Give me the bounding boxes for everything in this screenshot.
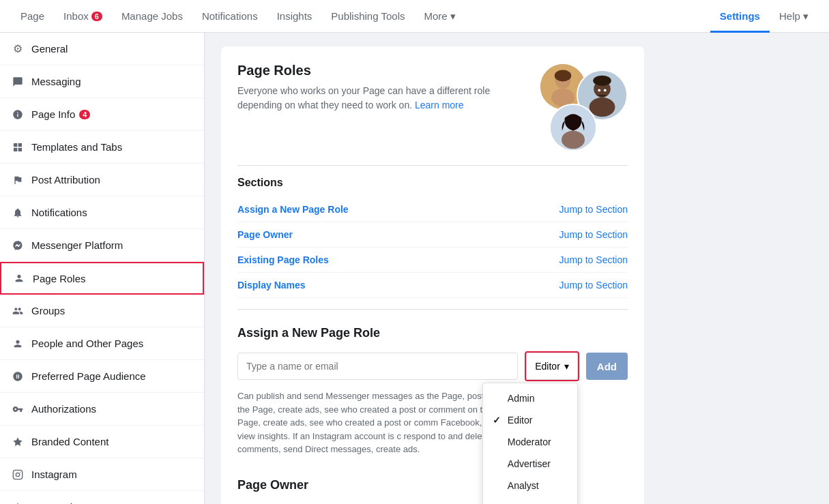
sidebar-item-featured[interactable]: Featured xyxy=(0,491,204,504)
info-icon xyxy=(11,108,25,121)
section-link-assign[interactable]: Assign a New Page Role xyxy=(237,204,349,215)
sidebar-item-post-attribution[interactable]: Post Attribution xyxy=(0,164,204,196)
audience-icon xyxy=(11,370,25,383)
avatar-3 xyxy=(549,104,597,151)
add-role-button[interactable]: Add xyxy=(586,353,628,380)
section-row-existing: Existing Page Roles Jump to Section xyxy=(237,248,628,273)
key-icon xyxy=(11,402,25,416)
nav-item-inbox[interactable]: Inbox 6 xyxy=(54,0,112,33)
top-navigation: Page Inbox 6 Manage Jobs Notifications I… xyxy=(0,0,829,33)
sidebar-item-people-other-pages[interactable]: People and Other Pages xyxy=(0,327,204,360)
person-icon xyxy=(12,271,26,285)
grid-icon xyxy=(11,140,25,154)
brand-icon xyxy=(11,435,25,449)
section-link-display-names[interactable]: Display Names xyxy=(237,280,306,291)
star-icon xyxy=(11,501,25,505)
chat-icon xyxy=(11,75,25,89)
sidebar-item-templates-tabs[interactable]: Templates and Tabs xyxy=(0,131,204,164)
role-selector-button[interactable]: Editor ▾ xyxy=(526,353,578,380)
nav-item-manage-jobs[interactable]: Manage Jobs xyxy=(112,0,192,33)
jump-to-display-names[interactable]: Jump to Section xyxy=(559,280,628,291)
role-option-custom[interactable]: Custom xyxy=(483,496,577,504)
role-option-moderator[interactable]: Moderator xyxy=(483,431,577,453)
divider-1 xyxy=(237,165,628,166)
nav-item-page[interactable]: Page xyxy=(11,0,54,33)
section-row-display-names: Display Names Jump to Section xyxy=(237,273,628,298)
nav-items-left: Page Inbox 6 Manage Jobs Notifications I… xyxy=(11,0,710,33)
role-option-admin[interactable]: Admin xyxy=(483,387,577,409)
jump-to-existing[interactable]: Jump to Section xyxy=(559,254,628,265)
role-option-analyst[interactable]: Analyst xyxy=(483,475,577,496)
role-dropdown-menu: Admin Editor Moderator Advertiser xyxy=(482,383,578,504)
assign-description: Can publish and send Messenger messages … xyxy=(237,389,510,456)
nav-item-publishing-tools[interactable]: Publishing Tools xyxy=(321,0,414,33)
bell-icon xyxy=(11,206,25,220)
sidebar-item-authorizations[interactable]: Authorizations xyxy=(0,393,204,426)
nav-item-insights[interactable]: Insights xyxy=(267,0,322,33)
svg-point-1 xyxy=(16,473,19,476)
role-dropdown-wrapper: Editor ▾ Admin Editor Moderator xyxy=(525,351,579,381)
sidebar-item-notifications[interactable]: Notifications xyxy=(0,196,204,229)
nav-item-more[interactable]: More ▾ xyxy=(414,0,465,33)
nav-item-settings[interactable]: Settings xyxy=(710,0,770,33)
assign-row: Editor ▾ Admin Editor Moderator xyxy=(237,351,628,381)
nav-item-help[interactable]: Help ▾ xyxy=(770,0,818,33)
sections-title: Sections xyxy=(237,177,628,189)
gear-icon xyxy=(11,42,25,56)
email-input[interactable] xyxy=(237,353,518,380)
svg-point-6 xyxy=(555,70,572,81)
sidebar-item-general[interactable]: General xyxy=(0,33,204,65)
jump-to-page-owner[interactable]: Jump to Section xyxy=(559,229,628,240)
flag-icon xyxy=(11,173,25,187)
role-selector: Editor ▾ Admin Editor Moderator xyxy=(526,353,578,380)
sidebar-item-messaging[interactable]: Messaging xyxy=(0,65,204,98)
assign-title: Assign a New Page Role xyxy=(237,326,628,340)
sidebar-item-groups[interactable]: Groups xyxy=(0,295,204,327)
section-link-page-owner[interactable]: Page Owner xyxy=(237,229,293,240)
sidebar-item-instagram[interactable]: Instagram xyxy=(0,458,204,491)
svg-point-2 xyxy=(20,471,20,472)
messenger-icon xyxy=(11,239,25,252)
sidebar-item-messenger-platform[interactable]: Messenger Platform xyxy=(0,229,204,262)
main-content: Page Roles Everyone who works on your Pa… xyxy=(205,33,829,504)
role-option-editor[interactable]: Editor xyxy=(483,409,577,431)
instagram-icon xyxy=(11,468,25,481)
svg-point-12 xyxy=(593,76,611,86)
nav-items-right: Settings Help ▾ xyxy=(710,0,818,33)
page-roles-description: Everyone who works on your Page can have… xyxy=(237,84,497,113)
avatar-cluster xyxy=(539,63,628,151)
sidebar-item-page-roles[interactable]: Page Roles xyxy=(0,262,204,295)
sidebar-item-branded-content[interactable]: Branded Content xyxy=(0,426,204,458)
jump-to-assign[interactable]: Jump to Section xyxy=(559,204,628,215)
role-option-advertiser[interactable]: Advertiser xyxy=(483,453,577,475)
learn-more-link[interactable]: Learn more xyxy=(415,100,464,110)
svg-point-15 xyxy=(562,131,585,149)
people-icon xyxy=(11,337,25,351)
section-row-page-owner: Page Owner Jump to Section xyxy=(237,222,628,248)
sidebar-item-page-info[interactable]: Page Info 4 xyxy=(0,98,204,131)
groups-icon xyxy=(11,304,25,318)
sidebar-item-preferred-audience[interactable]: Preferred Page Audience xyxy=(0,360,204,393)
role-selected-label: Editor xyxy=(535,361,560,372)
section-row-assign: Assign a New Page Role Jump to Section xyxy=(237,197,628,222)
page-roles-info: Page Roles Everyone who works on your Pa… xyxy=(237,63,497,113)
page-info-badge: 4 xyxy=(79,110,90,119)
inbox-badge: 6 xyxy=(91,12,102,21)
nav-item-notifications[interactable]: Notifications xyxy=(192,0,267,33)
sidebar: General Messaging Page Info 4 Templates … xyxy=(0,33,205,504)
divider-2 xyxy=(237,309,628,310)
main-layout: General Messaging Page Info 4 Templates … xyxy=(0,33,829,504)
svg-point-11 xyxy=(604,89,607,92)
chevron-down-icon: ▾ xyxy=(564,361,569,372)
svg-rect-0 xyxy=(13,470,22,479)
page-roles-header: Page Roles Everyone who works on your Pa… xyxy=(237,63,628,151)
page-roles-card: Page Roles Everyone who works on your Pa… xyxy=(221,46,644,504)
svg-point-10 xyxy=(598,89,600,92)
section-link-existing[interactable]: Existing Page Roles xyxy=(237,254,329,265)
page-roles-title: Page Roles xyxy=(237,63,497,78)
